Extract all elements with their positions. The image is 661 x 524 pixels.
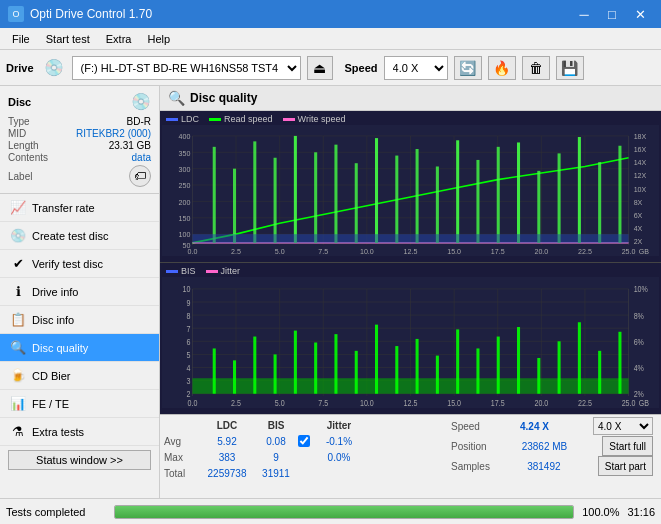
contents-label: Contents — [8, 152, 48, 163]
svg-rect-53 — [558, 153, 561, 243]
verify-test-disc-icon: ✔ — [10, 256, 26, 271]
title-bar: O Opti Drive Control 1.70 ─ □ ✕ — [0, 0, 661, 28]
sidebar-item-disc-quality[interactable]: 🔍 Disc quality — [0, 334, 159, 362]
content-header-title: Disc quality — [190, 91, 257, 105]
disc-contents-row: Contents data — [8, 152, 151, 163]
avg-jitter: -0.1% — [314, 436, 364, 447]
status-text: Tests completed — [6, 506, 106, 518]
samples-value: 381492 — [527, 461, 560, 472]
disc-panel-header: Disc 💿 — [8, 92, 151, 112]
svg-rect-55 — [598, 162, 601, 243]
content-area: 🔍 Disc quality LDC Read speed — [160, 86, 661, 498]
drive-icon: 💿 — [44, 58, 64, 77]
sidebar-item-create-test-disc[interactable]: 💿 Create test disc — [0, 222, 159, 250]
svg-text:12.5: 12.5 — [404, 247, 418, 256]
jitter-checkbox[interactable] — [298, 435, 310, 447]
svg-rect-42 — [334, 145, 337, 243]
stats-avg-row: Avg 5.92 0.08 -0.1% — [164, 433, 447, 449]
time-text: 31:16 — [627, 506, 655, 518]
sidebar-item-fe-te[interactable]: 📊 FE / TE — [0, 390, 159, 418]
svg-text:10.0: 10.0 — [360, 398, 374, 408]
start-full-button[interactable]: Start full — [602, 436, 653, 456]
svg-text:17.5: 17.5 — [491, 398, 505, 408]
start-part-button[interactable]: Start part — [598, 456, 653, 476]
position-label: Position — [451, 441, 487, 452]
svg-text:5.0: 5.0 — [275, 398, 285, 408]
progress-text: 100.0% — [582, 506, 619, 518]
save-button[interactable]: 💾 — [556, 56, 584, 80]
svg-rect-110 — [294, 331, 297, 394]
chart1-svg: 400 350 300 250 200 150 100 50 18X 16X 1… — [162, 125, 659, 256]
title-bar-left: O Opti Drive Control 1.70 — [8, 6, 152, 22]
status-window-button[interactable]: Status window >> — [8, 450, 151, 470]
erase-button[interactable]: 🗑 — [522, 56, 550, 80]
speed-stat-select[interactable]: 4.0 X — [593, 417, 653, 435]
svg-text:0.0: 0.0 — [188, 247, 198, 256]
toolbar: Drive 💿 (F:) HL-DT-ST BD-RE WH16NS58 TST… — [0, 50, 661, 86]
menu-file[interactable]: File — [4, 31, 38, 47]
close-button[interactable]: ✕ — [627, 4, 653, 24]
svg-text:400: 400 — [179, 132, 191, 141]
stats-area: LDC BIS Jitter Avg 5.92 0.08 -0.1% Max 3… — [160, 414, 661, 498]
svg-rect-44 — [375, 138, 378, 243]
sidebar-item-transfer-rate[interactable]: 📈 Transfer rate — [0, 194, 159, 222]
disc-length-row: Length 23.31 GB — [8, 140, 151, 151]
svg-text:100: 100 — [179, 230, 191, 239]
mid-value: RITEKBR2 (000) — [76, 128, 151, 139]
svg-text:20.0: 20.0 — [534, 247, 548, 256]
drive-select[interactable]: (F:) HL-DT-ST BD-RE WH16NS58 TST4 — [72, 56, 301, 80]
svg-rect-49 — [476, 160, 479, 243]
svg-text:6X: 6X — [634, 211, 643, 220]
legend-read-speed: Read speed — [209, 114, 273, 124]
speed-select[interactable]: 4.0 X 1.0 X 2.0 X 6.0 X 8.0 X — [384, 56, 448, 80]
sidebar: Disc 💿 Type BD-R MID RITEKBR2 (000) Leng… — [0, 86, 160, 498]
svg-text:10.0: 10.0 — [360, 247, 374, 256]
burn-button[interactable]: 🔥 — [488, 56, 516, 80]
progress-bar-fill — [115, 506, 573, 518]
sidebar-item-verify-test-disc[interactable]: ✔ Verify test disc — [0, 250, 159, 278]
refresh-button[interactable]: 🔄 — [454, 56, 482, 80]
menu-help[interactable]: Help — [139, 31, 178, 47]
maximize-button[interactable]: □ — [599, 4, 625, 24]
sidebar-item-cd-bier[interactable]: 🍺 CD Bier — [0, 362, 159, 390]
svg-rect-107 — [233, 360, 236, 393]
eject-button[interactable]: ⏏ — [307, 56, 333, 80]
verify-test-disc-label: Verify test disc — [32, 258, 103, 270]
svg-rect-106 — [213, 348, 216, 393]
avg-bis: 0.08 — [254, 436, 298, 447]
read-speed-label: Read speed — [224, 114, 273, 124]
bis-color — [166, 270, 178, 273]
label-edit-button[interactable]: 🏷 — [129, 165, 151, 187]
svg-text:350: 350 — [179, 148, 191, 157]
menu-extra[interactable]: Extra — [98, 31, 140, 47]
write-speed-color — [283, 118, 295, 121]
disc-panel-title: Disc — [8, 96, 31, 108]
create-test-disc-label: Create test disc — [32, 230, 108, 242]
sidebar-item-extra-tests[interactable]: ⚗ Extra tests — [0, 418, 159, 446]
minimize-button[interactable]: ─ — [571, 4, 597, 24]
svg-text:2.5: 2.5 — [231, 398, 241, 408]
max-ldc: 383 — [200, 452, 254, 463]
svg-rect-126 — [618, 332, 621, 394]
svg-rect-36 — [213, 147, 216, 243]
svg-rect-116 — [416, 339, 419, 394]
svg-text:25.0: 25.0 — [622, 398, 636, 408]
content-header: 🔍 Disc quality — [160, 86, 661, 111]
samples-label: Samples — [451, 461, 490, 472]
disc-icon[interactable]: 💿 — [131, 92, 151, 112]
svg-text:7.5: 7.5 — [318, 247, 328, 256]
svg-text:12.5: 12.5 — [404, 398, 418, 408]
bis-label: BIS — [181, 266, 196, 276]
menu-start-test[interactable]: Start test — [38, 31, 98, 47]
length-value: 23.31 GB — [109, 140, 151, 151]
svg-text:7: 7 — [186, 324, 190, 334]
svg-text:9: 9 — [186, 298, 190, 308]
bottom-bar: Tests completed 100.0% 31:16 — [0, 498, 661, 524]
sidebar-item-drive-info[interactable]: ℹ Drive info — [0, 278, 159, 306]
chart2-legend: BIS Jitter — [162, 265, 659, 277]
svg-text:6%: 6% — [634, 337, 644, 347]
sidebar-item-disc-info[interactable]: 📋 Disc info — [0, 306, 159, 334]
legend-write-speed: Write speed — [283, 114, 346, 124]
progress-bar-container — [114, 505, 574, 519]
length-label: Length — [8, 140, 39, 151]
